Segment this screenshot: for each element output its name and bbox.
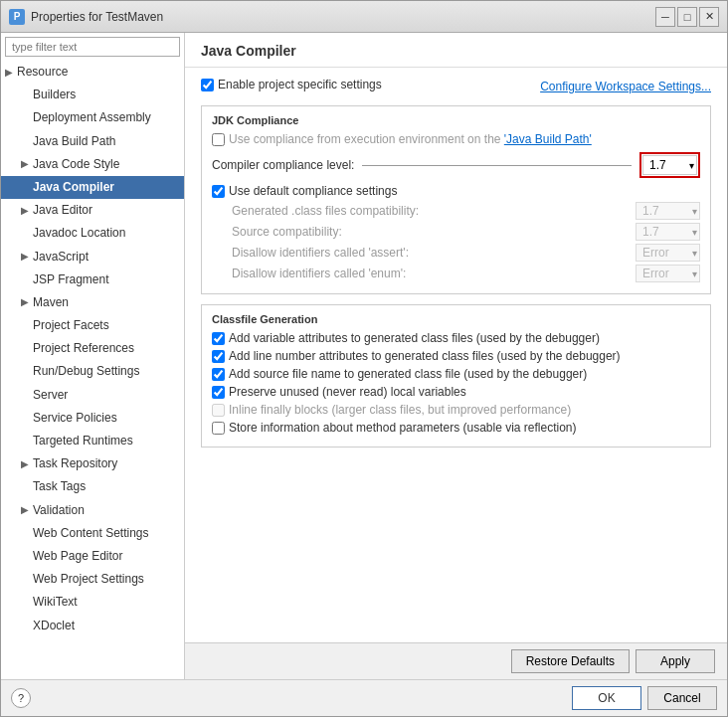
- add-line-number-checkbox[interactable]: [212, 350, 225, 363]
- disallow-assert-row: Disallow identifiers called 'assert': Er…: [212, 244, 700, 262]
- sidebar-item-jsp-fragment[interactable]: JSP Fragment: [1, 269, 184, 291]
- sidebar-item-java-code-style[interactable]: ▶ Java Code Style: [1, 153, 184, 176]
- action-bar: Restore Defaults Apply: [185, 642, 727, 679]
- ok-button[interactable]: OK: [572, 686, 641, 710]
- preserve-unused-label: Preserve unused (never read) local varia…: [229, 385, 466, 399]
- source-compat-dropdown[interactable]: 1.7: [636, 223, 700, 241]
- disallow-enum-dropdown[interactable]: Error: [636, 265, 700, 282]
- add-line-number-label: Add line number attributes to generated …: [229, 349, 621, 363]
- help-button[interactable]: ?: [11, 688, 31, 708]
- compliance-level-dropdown[interactable]: 1.3 1.4 1.5 1.6 1.7 1.8: [642, 155, 697, 175]
- sidebar-item-wikitext[interactable]: WikiText: [1, 591, 184, 614]
- jdk-compliance-section: JDK Compliance Use compliance from execu…: [201, 105, 711, 294]
- sidebar-item-builders[interactable]: Builders: [1, 84, 184, 106]
- sidebar-item-task-tags[interactable]: Task Tags: [1, 475, 184, 498]
- source-compat-dropdown-wrapper: 1.7: [636, 223, 700, 241]
- add-source-row: Add source file name to generated class …: [212, 367, 700, 381]
- jdk-compliance-title: JDK Compliance: [212, 114, 700, 126]
- sidebar-item-xdoclet[interactable]: XDoclet: [1, 615, 184, 637]
- sidebar-item-project-references[interactable]: Project References: [1, 337, 184, 360]
- store-method-params-row: Store information about method parameter…: [212, 421, 700, 435]
- sidebar-item-javadoc-location[interactable]: Javadoc Location: [1, 222, 184, 245]
- compliance-dropdown-container: 1.3 1.4 1.5 1.6 1.7 1.8 ▾: [639, 152, 700, 178]
- add-variable-label: Add variable attributes to generated cla…: [229, 331, 600, 345]
- footer-bar: ? OK Cancel: [1, 679, 727, 716]
- filter-input[interactable]: [5, 37, 180, 57]
- inline-finally-row: Inline finally blocks (larger class file…: [212, 403, 700, 417]
- sidebar-item-resource[interactable]: ▶ Resource: [1, 61, 184, 84]
- title-bar-left: P Properties for TestMaven: [9, 9, 163, 25]
- use-compliance-checkbox[interactable]: [212, 133, 225, 146]
- sidebar-item-validation[interactable]: ▶ Validation: [1, 499, 184, 522]
- expand-arrow: ▶: [21, 203, 33, 219]
- sidebar-item-java-build-path[interactable]: Java Build Path: [1, 130, 184, 153]
- expand-arrow: ▶: [21, 249, 33, 265]
- cancel-button[interactable]: Cancel: [647, 686, 717, 710]
- apply-button[interactable]: Apply: [636, 649, 715, 673]
- sidebar-item-web-page-editor[interactable]: Web Page Editor: [1, 545, 184, 568]
- preserve-unused-row: Preserve unused (never read) local varia…: [212, 385, 700, 399]
- classfile-generation-section: Classfile Generation Add variable attrib…: [201, 304, 711, 448]
- enable-project-checkbox[interactable]: [201, 79, 214, 91]
- preserve-unused-checkbox[interactable]: [212, 386, 225, 399]
- compliance-level-row: Compiler compliance level: 1.3 1.4 1.5 1…: [212, 152, 700, 178]
- disallow-assert-dropdown-wrapper: Error: [636, 244, 700, 262]
- configure-workspace-link[interactable]: Configure Workspace Settings...: [540, 80, 711, 93]
- generated-class-label: Generated .class files compatibility:: [232, 204, 636, 218]
- add-variable-checkbox[interactable]: [212, 332, 225, 345]
- window-icon: P: [9, 9, 25, 25]
- generated-class-dropdown[interactable]: 1.7: [636, 202, 700, 220]
- maximize-button[interactable]: □: [677, 7, 697, 27]
- expand-arrow: ▶: [5, 65, 17, 81]
- window-title: Properties for TestMaven: [31, 10, 163, 24]
- disallow-assert-dropdown[interactable]: Error: [636, 244, 700, 262]
- sidebar-item-java-compiler[interactable]: Java Compiler: [1, 176, 184, 199]
- title-bar: P Properties for TestMaven ─ □ ✕: [1, 1, 727, 33]
- sidebar-item-maven[interactable]: ▶ Maven: [1, 291, 184, 314]
- sidebar-item-project-facets[interactable]: Project Facets: [1, 314, 184, 337]
- store-method-params-label: Store information about method parameter…: [229, 421, 577, 435]
- properties-window: P Properties for TestMaven ─ □ ✕ ▶ Resou…: [0, 0, 728, 717]
- sidebar-item-web-project-settings[interactable]: Web Project Settings: [1, 568, 184, 591]
- enable-project-label: Enable project specific settings: [218, 78, 382, 91]
- main-panel: Java Compiler Enable project specific se…: [185, 33, 727, 679]
- disallow-enum-row: Disallow identifiers called 'enum': Erro…: [212, 265, 700, 282]
- use-compliance-label: Use compliance from execution environmen…: [229, 132, 592, 146]
- java-build-path-link[interactable]: 'Java Build Path': [504, 132, 592, 146]
- classfile-generation-title: Classfile Generation: [212, 313, 700, 325]
- restore-defaults-button[interactable]: Restore Defaults: [511, 649, 630, 673]
- sidebar-item-javascript[interactable]: ▶ JavaScript: [1, 246, 184, 269]
- add-source-checkbox[interactable]: [212, 368, 225, 381]
- add-source-label: Add source file name to generated class …: [229, 367, 587, 381]
- close-button[interactable]: ✕: [699, 7, 719, 27]
- generated-class-row: Generated .class files compatibility: 1.…: [212, 202, 700, 220]
- minimize-button[interactable]: ─: [655, 7, 675, 27]
- source-compat-row: Source compatibility: 1.7: [212, 223, 700, 241]
- sidebar-item-service-policies[interactable]: Service Policies: [1, 407, 184, 430]
- store-method-params-checkbox[interactable]: [212, 422, 225, 435]
- generated-class-dropdown-wrapper: 1.7: [636, 202, 700, 220]
- add-line-number-row: Add line number attributes to generated …: [212, 349, 700, 363]
- use-default-checkbox[interactable]: [212, 185, 225, 198]
- main-content: Enable project specific settings Configu…: [185, 68, 727, 642]
- inline-finally-checkbox[interactable]: [212, 404, 225, 417]
- sidebar-item-targeted-runtimes[interactable]: Targeted Runtimes: [1, 430, 184, 452]
- use-compliance-row: Use compliance from execution environmen…: [212, 132, 700, 146]
- source-compat-label: Source compatibility:: [232, 225, 636, 239]
- sidebar-item-java-editor[interactable]: ▶ Java Editor: [1, 199, 184, 222]
- compliance-separator: [362, 165, 632, 166]
- expand-arrow: ▶: [21, 456, 33, 472]
- compliance-level-label: Compiler compliance level:: [212, 158, 354, 172]
- sidebar-item-server[interactable]: Server: [1, 384, 184, 407]
- sidebar: ▶ Resource Builders Deployment Assembly …: [1, 33, 185, 679]
- panel-title: Java Compiler: [201, 43, 296, 59]
- expand-arrow: ▶: [21, 156, 33, 172]
- main-header: Java Compiler: [185, 33, 727, 68]
- sidebar-item-web-content-settings[interactable]: Web Content Settings: [1, 522, 184, 545]
- use-default-label: Use default compliance settings: [229, 184, 397, 198]
- sidebar-item-deployment-assembly[interactable]: Deployment Assembly: [1, 106, 184, 129]
- disallow-enum-dropdown-wrapper: Error: [636, 265, 700, 282]
- expand-arrow: ▶: [21, 294, 33, 310]
- sidebar-item-task-repository[interactable]: ▶ Task Repository: [1, 452, 184, 475]
- sidebar-item-run-debug[interactable]: Run/Debug Settings: [1, 360, 184, 383]
